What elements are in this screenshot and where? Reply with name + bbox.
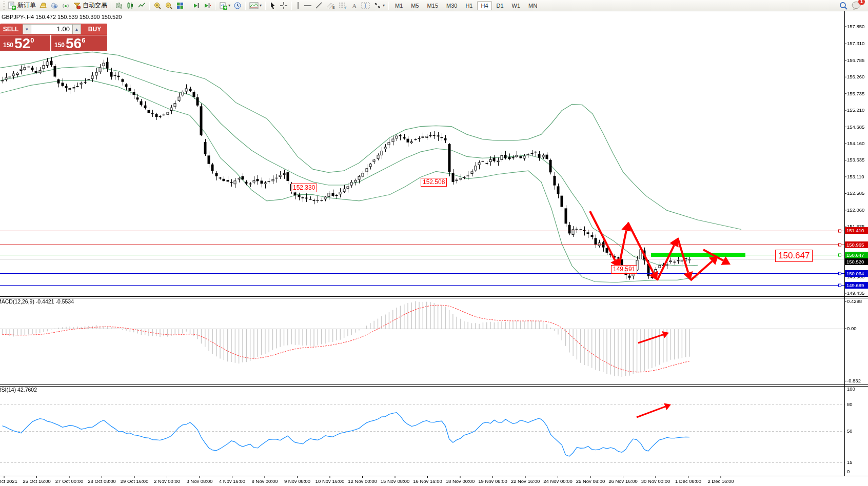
- fibonacci-tool[interactable]: F: [337, 1, 349, 11]
- price-axis-tick: 155.735: [847, 91, 864, 96]
- svg-text:A: A: [352, 2, 357, 10]
- fibonacci-icon: F: [339, 2, 348, 10]
- chart-shift-button[interactable]: [202, 1, 213, 11]
- time-axis-label: 29 Oct 16:00: [121, 478, 148, 484]
- timeframe-m5-button[interactable]: M5: [407, 1, 422, 10]
- new-order-icon: [8, 2, 16, 10]
- timeframe-h4-button[interactable]: H4: [477, 1, 491, 10]
- vertical-line-icon: [295, 2, 301, 10]
- price-annotation-label: 152.330: [291, 184, 317, 192]
- toolbar-separator: [265, 2, 266, 10]
- toolbar-separator: [215, 2, 215, 10]
- price-axis-badge: 150.647: [845, 252, 868, 258]
- signals-button[interactable]: [60, 1, 71, 11]
- chevron-down-icon: ▾: [260, 3, 262, 8]
- buy-price[interactable]: 150 56 6: [51, 35, 107, 51]
- chevron-down-icon: ▼: [25, 27, 29, 32]
- new-order-button[interactable]: 新订单: [6, 1, 37, 11]
- svg-text:F: F: [345, 6, 347, 10]
- rsi-axis-tick: 15: [847, 459, 853, 465]
- timeframe-m1-button[interactable]: M1: [391, 1, 406, 10]
- trendline-tool[interactable]: [313, 1, 325, 11]
- volume-input[interactable]: 1.00: [31, 24, 72, 34]
- time-axis-label: 10 Nov 16:00: [315, 478, 345, 484]
- sell-price[interactable]: 150 52 0: [0, 35, 50, 51]
- time-axis-label: 2 Dec 16:00: [707, 478, 734, 484]
- tile-windows-button[interactable]: [174, 1, 186, 11]
- rsi-axis-tick: 100: [847, 386, 855, 392]
- notifications-button[interactable]: 1: [850, 1, 863, 11]
- price-axis-tick: 157.310: [847, 40, 864, 46]
- sell-price-prefix: 150: [3, 42, 13, 49]
- auto-trading-icon: [73, 2, 81, 10]
- sell-button[interactable]: SELL: [0, 24, 22, 35]
- line-chart-icon: [137, 2, 146, 10]
- buy-button[interactable]: BUY: [82, 24, 107, 35]
- macd-axis-tick: -0.832: [847, 378, 861, 383]
- time-axis-label: 1 Dec 08:00: [675, 478, 701, 484]
- vertical-line-tool[interactable]: [294, 1, 302, 11]
- time-axis-label: 16 Nov 16:00: [413, 478, 442, 484]
- toolbar-separator: [245, 2, 246, 10]
- auto-scroll-button[interactable]: [190, 1, 202, 11]
- timeframe-m15-button[interactable]: M15: [424, 1, 442, 10]
- zoom-out-button[interactable]: [163, 1, 174, 11]
- toolbar-grip: [3, 2, 5, 10]
- rsi-indicator-label: RSI(14) 42.7602: [0, 387, 37, 393]
- arrows-tool[interactable]: ▾: [372, 1, 386, 11]
- one-click-trading-widget: SELL ▼ 1.00 ▲ BUY 150 52 0 150 56 6: [0, 24, 107, 51]
- channel-tool[interactable]: E: [325, 1, 337, 11]
- buy-price-pips: 6: [82, 36, 85, 44]
- template-button[interactable]: ▾: [248, 1, 263, 11]
- time-axis-label: 24 Nov 00:00: [543, 478, 573, 484]
- timeframe-d1-button[interactable]: D1: [493, 1, 507, 10]
- profile-icon: [39, 2, 47, 10]
- candlestick-chart-button[interactable]: [125, 1, 136, 11]
- chevron-up-icon: ▲: [75, 27, 79, 32]
- candlestick-chart-icon: [126, 2, 134, 10]
- timeframe-mn-button[interactable]: MN: [525, 1, 541, 10]
- notification-badge: 1: [858, 0, 865, 5]
- price-axis-tick: 155.210: [847, 107, 864, 113]
- auto-trading-button[interactable]: 自动交易: [71, 1, 109, 11]
- price-axis-tick: 156.785: [847, 57, 864, 63]
- volume-decrease-button[interactable]: ▼: [23, 24, 31, 34]
- time-axis-label: 30 Nov 00:00: [641, 478, 670, 484]
- time-axis-label: 3 Nov 08:00: [186, 478, 212, 484]
- time-axis-label: 19 Nov 08:00: [478, 478, 507, 484]
- price-axis-tick: 153.635: [847, 157, 864, 163]
- profile-button[interactable]: [37, 1, 49, 11]
- horizontal-line-icon: [304, 2, 312, 10]
- cloud-icon: [50, 2, 58, 10]
- sell-price-pips: 0: [30, 36, 34, 44]
- timeframe-m30-button[interactable]: M30: [443, 1, 461, 10]
- label-tool[interactable]: T: [360, 1, 372, 11]
- zoom-in-button[interactable]: [152, 1, 163, 11]
- price-annotation-label: 149.591: [611, 265, 637, 274]
- clock-icon: [233, 2, 242, 10]
- chart-canvas[interactable]: [0, 0, 868, 486]
- market-watch-button[interactable]: [49, 1, 60, 11]
- new-chart-button[interactable]: ▾: [218, 1, 232, 11]
- svg-text:E: E: [332, 6, 335, 9]
- timeframe-w1-button[interactable]: W1: [508, 1, 524, 10]
- text-tool[interactable]: A: [349, 1, 360, 11]
- bar-chart-button[interactable]: [113, 1, 125, 11]
- macd-axis-tick: 0.00: [847, 326, 857, 331]
- toolbar-separator: [291, 2, 292, 10]
- price-axis-badge: 150.965: [845, 241, 868, 248]
- time-axis-label: 22 Nov 16:00: [511, 478, 540, 484]
- line-chart-button[interactable]: [136, 1, 147, 11]
- period-clock-button[interactable]: [232, 1, 243, 11]
- search-button[interactable]: [837, 1, 850, 11]
- horizontal-line-tool[interactable]: [302, 1, 313, 11]
- crosshair-button[interactable]: [278, 1, 289, 11]
- template-icon: [249, 2, 259, 10]
- cursor-button[interactable]: [268, 1, 278, 11]
- timeframe-h1-button[interactable]: H1: [462, 1, 476, 10]
- volume-spinner: ▼ 1.00 ▲: [22, 24, 82, 35]
- volume-increase-button[interactable]: ▲: [72, 24, 81, 34]
- price-axis-tick: 157.850: [847, 24, 864, 29]
- toolbar-separator: [188, 2, 188, 10]
- price-axis-badge: 150.520: [845, 258, 868, 265]
